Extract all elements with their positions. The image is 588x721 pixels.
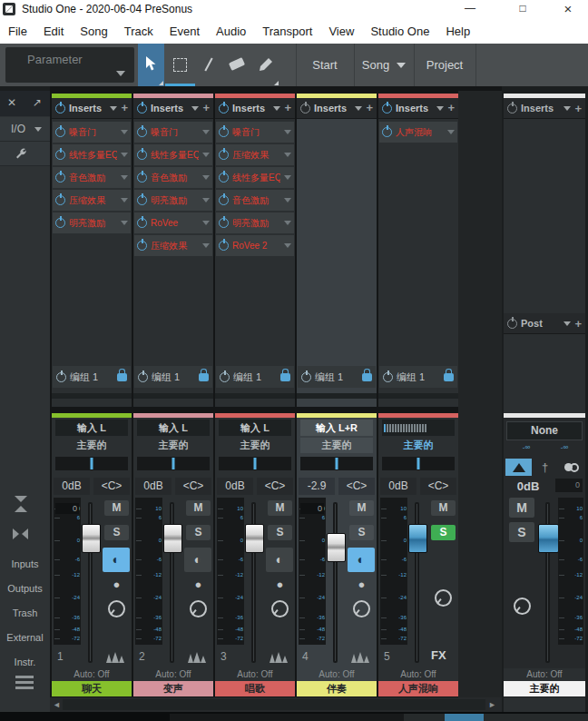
sidebar-item-outputs[interactable]: Outputs — [0, 577, 50, 600]
power-icon[interactable] — [382, 104, 392, 114]
lock-icon[interactable] — [280, 373, 290, 381]
power-icon[interactable] — [507, 104, 517, 114]
channel-name[interactable]: 唱歌 — [215, 681, 295, 696]
insert-slot[interactable]: 压缩效果 — [216, 144, 294, 165]
power-icon[interactable] — [138, 372, 148, 382]
send-level-track[interactable] — [52, 393, 132, 399]
add-insert-icon[interactable]: + — [366, 104, 373, 113]
chevron-down-icon[interactable] — [355, 106, 362, 111]
power-icon[interactable] — [55, 127, 65, 137]
lock-icon[interactable] — [362, 373, 372, 381]
power-icon[interactable] — [56, 372, 66, 382]
master-none-button[interactable]: None — [506, 421, 583, 440]
power-icon[interactable] — [137, 150, 147, 160]
chevron-down-icon[interactable] — [273, 106, 280, 111]
lock-icon[interactable] — [117, 373, 127, 381]
output-selector[interactable]: 主要的 — [137, 438, 210, 453]
power-icon[interactable] — [55, 104, 65, 114]
chevron-down-icon[interactable] — [202, 198, 210, 202]
power-icon[interactable] — [55, 195, 65, 205]
pan-control[interactable] — [55, 457, 128, 470]
pan-control[interactable] — [137, 457, 210, 470]
solo-button[interactable]: S — [268, 525, 292, 540]
record-arm-button[interactable]: ● — [186, 577, 211, 592]
add-insert-icon[interactable]: + — [574, 102, 582, 115]
chevron-down-icon[interactable] — [202, 243, 210, 248]
inserts-header[interactable]: Inserts + — [215, 98, 295, 119]
scroll-left-icon[interactable]: ◄ — [53, 700, 61, 709]
level-readout[interactable]: -2.9 — [299, 478, 335, 495]
insert-slot[interactable]: 音色激励 — [134, 167, 212, 188]
send-level-track[interactable] — [215, 393, 295, 399]
split-tool-button[interactable] — [195, 44, 222, 86]
monitor-button[interactable]: ◐ — [184, 548, 211, 572]
chevron-down-icon[interactable] — [284, 221, 291, 225]
power-icon[interactable] — [137, 218, 147, 228]
lock-icon[interactable] — [444, 373, 454, 381]
mute-button[interactable]: M — [431, 500, 456, 516]
insert-slot[interactable]: 压缩效果 — [53, 190, 131, 211]
chevron-down-icon[interactable] — [284, 175, 291, 180]
chevron-down-icon[interactable] — [564, 321, 571, 326]
output-selector[interactable]: 主要的 — [219, 438, 291, 453]
insert-slot[interactable]: 压缩效果 — [134, 235, 212, 256]
record-arm-button[interactable]: ● — [268, 577, 292, 592]
parameter-dropdown[interactable]: Parameter — [5, 47, 134, 83]
chevron-down-icon[interactable] — [202, 153, 210, 157]
power-icon[interactable] — [55, 150, 65, 160]
input-selector[interactable]: 输入 L+R — [300, 420, 373, 436]
pan-control[interactable] — [219, 457, 291, 470]
fader-handle[interactable] — [327, 533, 346, 562]
monitor-button[interactable]: ◐ — [103, 548, 130, 572]
automation-mode[interactable]: Auto: Off — [297, 668, 377, 681]
master-fader-handle[interactable] — [538, 524, 559, 553]
sidebar-item-instr[interactable]: Instr. — [0, 650, 50, 674]
master-level-readout[interactable]: 0dB — [505, 478, 551, 495]
automation-mode[interactable]: Auto: Off — [378, 668, 458, 681]
peak-hold-button[interactable]: † — [532, 459, 558, 476]
monitor-button[interactable]: ◐ — [266, 548, 293, 572]
chevron-down-icon[interactable] — [202, 175, 210, 180]
project-page-button[interactable]: Project — [415, 44, 475, 86]
power-icon[interactable] — [300, 104, 310, 114]
power-icon[interactable] — [55, 218, 65, 228]
insert-slot[interactable]: 明亮激励 — [53, 212, 131, 233]
automation-mode[interactable]: Auto: Off — [52, 668, 132, 681]
stereo-mode-button[interactable] — [558, 459, 584, 476]
inserts-header[interactable]: Inserts + — [378, 98, 458, 119]
pan-readout[interactable]: <C> — [257, 478, 293, 495]
mute-button[interactable]: M — [268, 500, 292, 516]
master-mute-button[interactable]: M — [509, 498, 534, 518]
setup-row[interactable] — [0, 142, 50, 166]
channel-name[interactable]: 变声 — [133, 681, 213, 696]
insert-slot[interactable]: 线性多量EQ 3 — [216, 167, 294, 188]
send-slot[interactable]: 编组 1 — [134, 366, 212, 388]
level-readout[interactable]: 0dB — [135, 478, 172, 495]
insert-slot[interactable]: 音色激励 — [216, 190, 294, 211]
automation-mode[interactable]: Auto: Off — [133, 668, 213, 681]
output-selector[interactable]: 主要的 — [300, 438, 373, 453]
pan-control[interactable] — [382, 457, 455, 470]
master-inserts-header[interactable]: Inserts + — [504, 98, 585, 119]
add-insert-icon[interactable]: + — [121, 104, 128, 113]
chevron-down-icon[interactable] — [191, 106, 199, 111]
power-icon[interactable] — [220, 372, 230, 382]
menu-help[interactable]: Help — [437, 25, 478, 38]
output-selector[interactable]: 主要的 — [55, 438, 128, 453]
minimize-button[interactable]: — — [452, 0, 488, 18]
menu-edit[interactable]: Edit — [35, 25, 72, 38]
pan-readout[interactable]: <C> — [420, 478, 456, 495]
menu-file[interactable]: File — [0, 25, 35, 38]
power-icon[interactable] — [219, 241, 229, 251]
send-slot[interactable]: 编组 1 — [216, 366, 294, 388]
chevron-down-icon[interactable] — [564, 106, 571, 111]
chevron-down-icon[interactable] — [202, 130, 210, 134]
song-page-button[interactable]: Song — [355, 44, 413, 86]
input-selector[interactable]: 输入 L — [55, 420, 128, 436]
mute-button[interactable]: M — [186, 500, 211, 516]
monitor-button[interactable]: ◐ — [348, 548, 375, 572]
eraser-tool-button[interactable] — [223, 44, 250, 86]
chevron-down-icon[interactable] — [284, 243, 291, 248]
solo-button[interactable]: S — [349, 525, 374, 540]
chevron-down-icon[interactable] — [284, 153, 291, 157]
